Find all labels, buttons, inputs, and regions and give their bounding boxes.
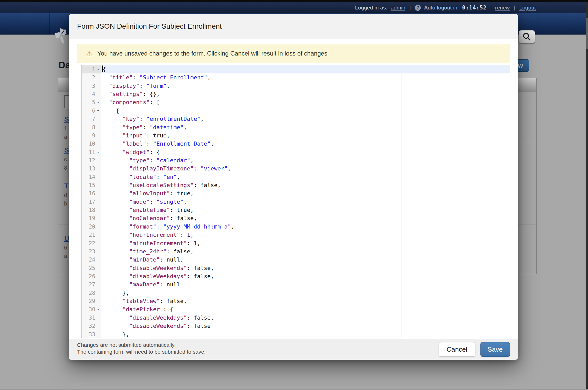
- code-line[interactable]: 33},: [82, 330, 510, 339]
- code-line[interactable]: 3"display": "form",: [82, 82, 510, 90]
- code-text: "disableWeekdays": false,: [101, 314, 510, 322]
- code-line[interactable]: 32"disableWeekends": false: [82, 322, 510, 330]
- code-line[interactable]: 4"settings": {},: [82, 90, 510, 98]
- fold-toggle-icon[interactable]: ▾: [95, 98, 101, 106]
- fold-toggle-icon[interactable]: ▾: [95, 305, 101, 313]
- line-number: 1: [92, 65, 95, 73]
- line-number: 19: [89, 214, 95, 222]
- line-gutter: 33: [82, 330, 101, 339]
- line-number: 21: [89, 231, 95, 239]
- code-line[interactable]: 11▾"widget": {: [82, 148, 510, 156]
- code-line[interactable]: 20"format": "yyyy-MM-dd hh:mm a",: [82, 223, 510, 231]
- line-number: 3: [92, 82, 95, 90]
- code-line[interactable]: 17"mode": "single",: [82, 198, 510, 206]
- code-line[interactable]: 7"key": "enrollmentDate",: [82, 115, 510, 123]
- code-text: "displayInTimezone": "viewer",: [101, 165, 510, 173]
- line-number: 24: [89, 256, 95, 264]
- code-text: "useLocaleSettings": false,: [101, 181, 510, 189]
- separator: |: [513, 5, 516, 11]
- modal-footer: Changes are not submitted automatically.…: [69, 339, 518, 360]
- line-number: 25: [89, 264, 95, 272]
- navbar-search-button[interactable]: [519, 30, 535, 44]
- code-line[interactable]: 24"minDate": null,: [82, 256, 510, 264]
- code-line[interactable]: 6▾{: [82, 107, 510, 115]
- fold-toggle-icon[interactable]: ▾: [95, 107, 101, 115]
- line-gutter: 31: [82, 314, 101, 322]
- line-number: 14: [89, 173, 95, 181]
- line-number: 29: [89, 297, 95, 305]
- list-item-link[interactable]: S: [64, 146, 69, 154]
- code-line[interactable]: 14"locale": "en",: [82, 173, 510, 181]
- fold-toggle-icon[interactable]: ▾: [95, 148, 101, 156]
- code-line[interactable]: 27"maxDate": null: [82, 280, 510, 289]
- username-link[interactable]: admin: [391, 5, 405, 11]
- code-line[interactable]: 23"time_24hr": false,: [82, 247, 510, 256]
- code-line[interactable]: 1▾{: [82, 65, 510, 73]
- code-line[interactable]: 28},: [82, 289, 510, 297]
- code-text: "type": "datetime",: [101, 123, 510, 132]
- code-line[interactable]: 5▾"components": [: [82, 98, 510, 106]
- code-line[interactable]: 30▾"datePicker": {: [82, 305, 510, 313]
- help-icon[interactable]: ?: [415, 5, 421, 11]
- code-text: {: [101, 107, 510, 115]
- line-gutter: 10: [82, 140, 101, 148]
- line-gutter: 9: [82, 132, 101, 140]
- code-editor[interactable]: 1▾{2"title": "Subject Enrollment",3"disp…: [81, 65, 510, 338]
- code-line[interactable]: 12"type": "calendar",: [82, 156, 510, 165]
- line-number: 22: [89, 239, 95, 247]
- code-line[interactable]: 16"allowInput": true,: [82, 189, 510, 198]
- code-line[interactable]: 8"type": "datetime",: [82, 123, 510, 132]
- line-number: 28: [89, 289, 95, 297]
- line-gutter: 26: [82, 272, 101, 280]
- code-line[interactable]: 15"useLocaleSettings": false,: [82, 181, 510, 189]
- line-gutter: 8: [82, 123, 101, 132]
- list-item-link[interactable]: S: [64, 115, 69, 123]
- fold-toggle-icon[interactable]: ▾: [95, 65, 101, 73]
- list-item-link[interactable]: T: [64, 182, 69, 190]
- code-line[interactable]: 26"disableWeekdays": false,: [82, 272, 510, 280]
- code-text: "mode": "single",: [101, 198, 510, 206]
- code-text: "maxDate": null: [101, 280, 510, 289]
- line-number: 11: [89, 148, 95, 156]
- line-gutter: 11▾: [82, 148, 101, 156]
- scrollbar-thumb[interactable]: [586, 18, 588, 49]
- editor-ruler: [402, 74, 402, 338]
- top-session-bar: Logged in as: admin | ? Auto-logout in: …: [0, 2, 588, 13]
- cancel-button[interactable]: Cancel: [439, 342, 475, 357]
- modal-title: Form JSON Definition For Subject Enrollm…: [77, 22, 222, 30]
- line-number: 10: [89, 140, 95, 148]
- code-text: "noCalendar": false,: [101, 214, 510, 222]
- code-line[interactable]: 2"title": "Subject Enrollment",: [82, 73, 510, 82]
- code-text: "disableWeekdays": false,: [101, 272, 510, 280]
- logout-link[interactable]: Logout: [519, 5, 536, 11]
- save-button[interactable]: Save: [480, 342, 510, 357]
- code-line[interactable]: 31"disableWeekdays": false,: [82, 314, 510, 322]
- code-line[interactable]: 29"tableView": false,: [82, 297, 510, 305]
- code-line[interactable]: 18"enableTime": true,: [82, 206, 510, 214]
- warning-triangle-icon: ⚠: [86, 50, 93, 58]
- code-line[interactable]: 21"hourIncrement": 1,: [82, 231, 510, 239]
- line-gutter: 28: [82, 289, 101, 297]
- code-text: "components": [: [101, 98, 510, 106]
- navbar-divider: [49, 13, 50, 34]
- code-line[interactable]: 25"disableWeekends": false,: [82, 264, 510, 272]
- line-number: 17: [89, 198, 95, 206]
- line-number: 7: [92, 115, 95, 123]
- code-text: "type": "calendar",: [101, 156, 510, 165]
- code-line[interactable]: 19"noCalendar": false,: [82, 214, 510, 222]
- code-line[interactable]: 10"label": "Enrollment Date",: [82, 140, 510, 148]
- code-editor-lines[interactable]: 1▾{2"title": "Subject Enrollment",3"disp…: [82, 65, 510, 338]
- line-gutter: 7: [82, 115, 101, 123]
- line-number: 15: [89, 181, 95, 189]
- line-number: 32: [89, 322, 95, 330]
- window-scrollbar[interactable]: [586, 2, 588, 390]
- code-text: },: [101, 289, 510, 297]
- code-line[interactable]: 13"displayInTimezone": "viewer",: [82, 165, 510, 173]
- line-gutter: 15: [82, 181, 101, 189]
- code-line[interactable]: 22"minuteIncrement": 1,: [82, 239, 510, 247]
- code-line[interactable]: 9"input": true,: [82, 132, 510, 140]
- renew-link[interactable]: renew: [495, 5, 510, 11]
- app-logo-icon[interactable]: [53, 28, 69, 47]
- modal-header: Form JSON Definition For Subject Enrollm…: [69, 14, 518, 39]
- line-number: 33: [89, 330, 95, 339]
